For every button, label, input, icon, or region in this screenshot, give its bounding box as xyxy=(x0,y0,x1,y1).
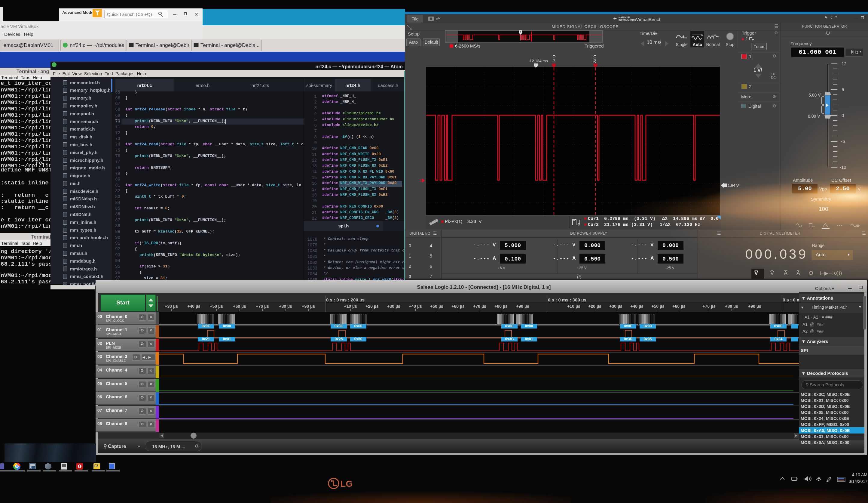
svg-text:T: T xyxy=(520,31,521,33)
svg-text:LG: LG xyxy=(340,479,353,489)
